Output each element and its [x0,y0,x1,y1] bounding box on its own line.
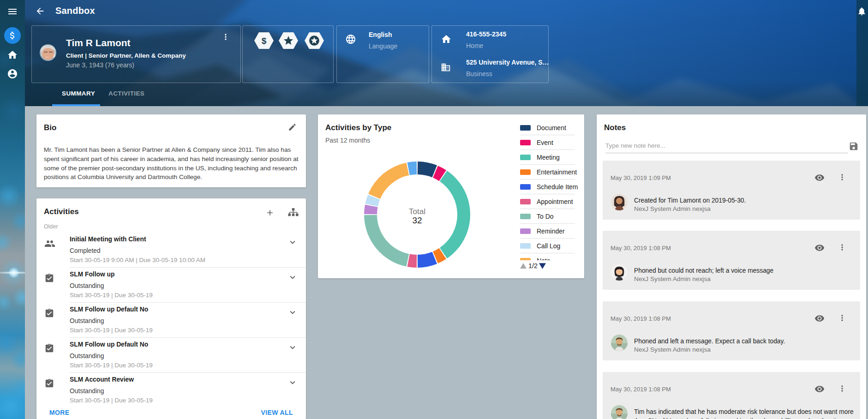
svg-text:32: 32 [412,215,422,225]
svg-text:Total: Total [409,207,425,216]
svg-text:$: $ [262,36,267,46]
